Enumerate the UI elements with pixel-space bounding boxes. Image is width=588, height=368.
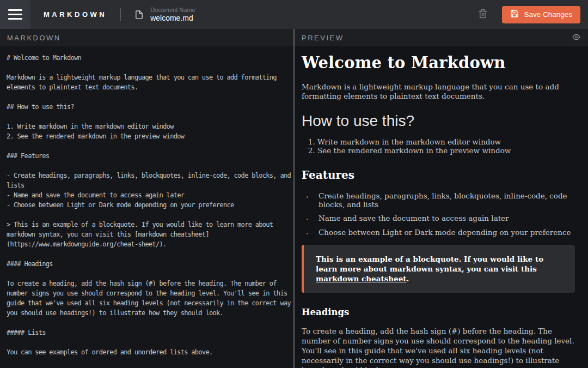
preview-heading-4: Headings <box>302 307 575 317</box>
list-item: See the rendered markdown in the preview… <box>317 147 575 155</box>
trash-icon <box>478 8 488 21</box>
preview-heading-3: Features <box>302 168 575 182</box>
file-icon <box>134 9 144 20</box>
preview-ordered-list: Write markdown in the markdown editor wi… <box>302 138 575 155</box>
floppy-disk-icon <box>510 9 519 20</box>
preview-unordered-list: Create headings, paragraphs, links, bloc… <box>302 192 575 237</box>
preview-pane: PREVIEW Welcome to Markdown Markdown is … <box>295 29 588 368</box>
editor-pane: MARKDOWN # Welcome to Markdown Markdown … <box>0 29 293 368</box>
editor-pane-title: MARKDOWN <box>7 34 61 42</box>
preview-heading-2: How to use this? <box>302 112 575 130</box>
blockquote-text: This is an example of a blockquote. If y… <box>316 254 563 283</box>
preview-pane-header: PREVIEW <box>295 29 588 46</box>
list-item: Write markdown in the markdown editor wi… <box>317 138 575 147</box>
markdown-preview: Welcome to Markdown Markdown is a lightw… <box>295 46 588 368</box>
eye-icon <box>572 33 581 43</box>
header-divider <box>120 8 121 21</box>
preview-paragraph: Markdown is a lightweight markup languag… <box>302 82 575 101</box>
list-item: Name and save the document to access aga… <box>314 214 575 223</box>
delete-document-button[interactable] <box>478 8 488 21</box>
list-item: Create headings, paragraphs, links, bloc… <box>314 192 575 209</box>
preview-heading-1: Welcome to Markdown <box>302 53 575 72</box>
document-name-field[interactable]: Document Name welcome.md <box>134 6 195 23</box>
toggle-preview-button[interactable] <box>572 33 581 43</box>
save-changes-button[interactable]: Save Changes <box>502 6 580 23</box>
hamburger-icon <box>8 9 22 11</box>
document-name-value[interactable]: welcome.md <box>150 14 195 23</box>
main-split: MARKDOWN # Welcome to Markdown Markdown … <box>0 29 588 368</box>
list-item: Choose between Light or Dark mode depend… <box>314 228 575 237</box>
preview-paragraph: To create a heading, add the hash sign (… <box>302 326 575 368</box>
markdown-cheatsheet-link[interactable]: markdown cheatsheet <box>316 274 407 283</box>
app-logo: MARKDOWN <box>44 10 107 19</box>
save-changes-label: Save Changes <box>524 10 572 19</box>
document-name-label: Document Name <box>150 6 195 14</box>
top-bar: MARKDOWN Document Name welcome.md Sa <box>0 0 588 29</box>
editor-pane-header: MARKDOWN <box>0 29 293 46</box>
markdown-editor-textarea[interactable]: # Welcome to Markdown Markdown is a ligh… <box>0 46 293 368</box>
preview-blockquote: This is an example of a blockquote. If y… <box>302 245 575 293</box>
menu-button[interactable] <box>0 0 30 29</box>
preview-pane-title: PREVIEW <box>302 34 344 42</box>
